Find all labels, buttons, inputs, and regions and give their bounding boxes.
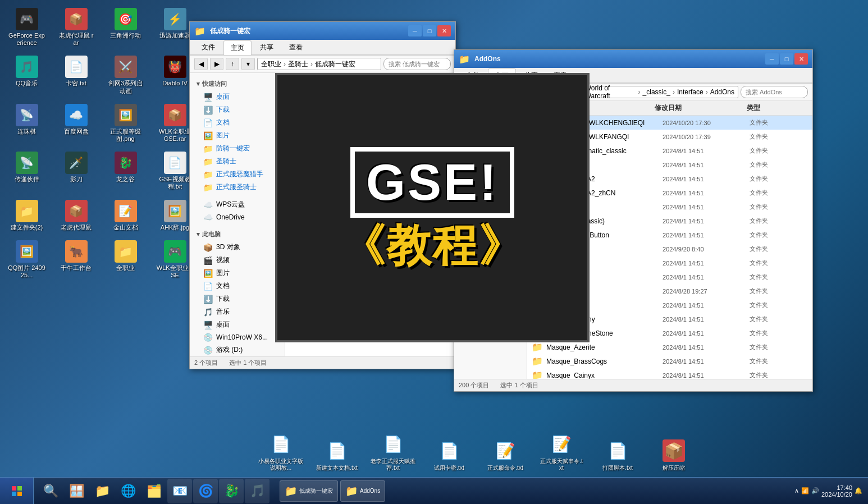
desktop-icon-geforce[interactable]: 🎮 GeForce Experience [6, 6, 48, 49]
window1-sidebar-image[interactable]: 🖼️图片 [190, 267, 285, 280]
window1-sidebar-win10[interactable]: 💿Win10ProW X6... [190, 331, 285, 343]
taskbar-clock[interactable]: 17:40 2024/10/20 [821, 484, 852, 498]
desktop-icon-baidu[interactable]: ☁️ 百度网盘 [55, 102, 97, 145]
window1-search[interactable] [383, 58, 451, 70]
window1-tab-view[interactable]: 查看 [282, 40, 310, 54]
window2-file-gfbaxindada-wlkf[interactable]: 📁 GFbaxindada-WLKFANGQI 2024/10/20 17:39… [527, 130, 812, 144]
window2-titlebar[interactable]: 📁 AddOns ─ □ ✕ [454, 50, 812, 68]
window1-path[interactable]: 全职业 › 圣骑士 › 低成骑一键宏 [257, 58, 381, 70]
window1-tab-home[interactable]: 主页 [223, 40, 252, 55]
window2-back[interactable]: ◀ [459, 86, 472, 98]
window2-sidebar-dl[interactable]: ⬇️下载 [454, 155, 527, 168]
window1-sidebar-gamedisk[interactable]: 💿游戏 (D:) [190, 343, 285, 356]
window1-sidebar-dl2[interactable]: ⬇️下载 [190, 292, 285, 305]
window1-sidebar-pics[interactable]: 🖼️图片 [190, 129, 285, 142]
window1-sidebar-zsfshengqi[interactable]: 📁正式服圣骑士 [190, 181, 285, 194]
window2-path-classic[interactable]: _classic_ [643, 88, 670, 96]
desktop-icon-oldproxy3[interactable]: 📦 老虎代理鼠 [55, 198, 97, 233]
taskbar-music-btn[interactable]: 🎵 [245, 479, 269, 503]
window2-file-masque-arcane[interactable]: 📁 Masque_ArcaneStone 2024/8/1 14:51 文件夹 [527, 326, 812, 340]
window2-tab-share[interactable]: 共享 [517, 68, 545, 83]
window1-file-gfbaxindada[interactable]: 📁 GFbaxindada-WLKC... 2024/10/2... 文件夹 [285, 88, 455, 102]
taskbar-taskview-btn[interactable]: 🪟 [64, 479, 89, 503]
window2-close[interactable]: ✕ [794, 53, 808, 65]
desktop-icon-zhengfu[interactable]: 🖼️ 正式服等级图.png [104, 102, 147, 145]
window1-sidebar-desktop[interactable]: 🖥️桌面 [190, 90, 285, 103]
window1-titlebar[interactable]: 📁 低成骑一键宏 ─ □ ✕ [190, 22, 455, 40]
window2-forward[interactable]: ▶ [474, 86, 488, 98]
window2-minimize[interactable]: ─ [765, 53, 779, 65]
taskbar-app-window2[interactable]: 📁 AddOns [340, 480, 385, 502]
window1-tab-share[interactable]: 共享 [253, 40, 281, 54]
window2-search[interactable] [741, 86, 808, 98]
desktop-icon-xinjian[interactable]: 📁 建文件夹(2) [6, 198, 48, 233]
window2-file-gladdy[interactable]: 📁 Gladdy 2024/8/1 14:51 文件夹 [527, 158, 812, 172]
tray-network-icon[interactable]: 📶 [801, 487, 809, 494]
tray-caret-icon[interactable]: ∧ [794, 487, 799, 494]
desktop-icon-oldproxy[interactable]: 📦 老虎代理鼠 rar [55, 6, 97, 49]
bottom-file-datuan[interactable]: 📄 打团脚本.txt [595, 439, 640, 471]
taskbar-chrome-btn[interactable]: 🌀 [193, 479, 218, 503]
window1-forward[interactable]: ▶ [210, 58, 223, 70]
window2-path-pc[interactable]: 此电脑 [526, 83, 545, 102]
window2-tab-home[interactable]: 主页 [488, 68, 516, 83]
window1-sidebar-doc2[interactable]: 📄文档 [190, 280, 285, 292]
desktop-icon-quanziye[interactable]: 📁 全职业 [104, 238, 147, 281]
window2-col-date[interactable]: 修改日期 [655, 103, 747, 113]
window2-sidebar-video[interactable]: 🎬视频 [454, 116, 527, 129]
desktop-icon-chuandihb[interactable]: 📡 传递伙伴 [6, 149, 48, 193]
window2-recent[interactable]: ▾ [506, 86, 519, 98]
window1-sidebar-video[interactable]: 🎬视频 [190, 254, 285, 267]
desktop-icon-shadao[interactable]: 🗡️ 影刀 [55, 149, 97, 193]
window1-close[interactable]: ✕ [437, 25, 451, 36]
window1-path-jianhong[interactable]: 低成骑一键宏 [315, 59, 355, 69]
window1-sidebar-header-quickaccess[interactable]: ▾ 快速访问 [190, 77, 285, 90]
bottom-file-jieyasuo[interactable]: 📦 解压压缩 [651, 439, 696, 471]
taskbar-start[interactable] [0, 478, 34, 505]
window2-sidebar-desktop[interactable]: 🖥️桌面 [454, 181, 527, 194]
window1-sidebar-3d[interactable]: 📦3D 对象 [190, 241, 285, 254]
desktop-icon-niushang[interactable]: 🐂 千牛工作台 [55, 238, 97, 281]
taskbar-search-btn[interactable]: 🔍 [38, 479, 63, 503]
window2-file-masque[interactable]: 📁 Masque 2024/8/1 14:51 文件夹 [527, 298, 812, 312]
window1-minimize[interactable]: ─ [408, 25, 422, 36]
window1-maximize[interactable]: □ [423, 25, 436, 36]
window2-file-tes[interactable]: 📁 ...tes 2024/8/1 14:51 文件夹 [527, 200, 812, 214]
window1-recent[interactable]: ▾ [241, 58, 255, 70]
window1-sidebar-wpsdisk[interactable]: ☁️WPS云盘 [190, 198, 285, 211]
taskbar-app-window1[interactable]: 📁 低成骑一键宏 [280, 480, 338, 502]
window2-file-worldmap[interactable]: 📁 ...s_WorldMapButton 2024/8/1 14:51 文件夹 [527, 228, 812, 242]
bottom-file-laoli[interactable]: 📄 老李正式服天赋推荐.txt [371, 433, 415, 471]
window2-path-interface[interactable]: Interface [677, 88, 703, 96]
window2-sidebar-network[interactable]: 🌐网络 [454, 219, 527, 232]
bottom-file-xiaoyi[interactable]: 📄 小易各职业文字版说明教... [258, 433, 303, 471]
window2-file-maillogger[interactable]: 📁 MailLogger 2024/8/28 19:27 文件夹 [527, 284, 812, 298]
window1-path-shengqishi[interactable]: 圣骑士 [288, 59, 308, 69]
window1-back[interactable]: ◀ [194, 58, 208, 70]
window1-sidebar-music[interactable]: 🎵音乐 [190, 305, 285, 318]
taskbar-store-btn[interactable]: 🗂️ [141, 479, 166, 503]
window1-col-date[interactable]: 修改日期 [348, 75, 392, 85]
window1-sidebar-pc-header[interactable]: ▾ 此电脑 [190, 228, 285, 241]
window2-sidebar-gamedisk[interactable]: 💿游戏 (D:) [454, 206, 527, 219]
window1-sidebar-desk2[interactable]: 🖥️桌面 [190, 318, 285, 331]
desktop-icon-jinshan[interactable]: 📝 金山文档 [104, 198, 147, 233]
window2-tab-view[interactable]: 查看 [546, 68, 574, 83]
window2-tab-file[interactable]: 文件 [459, 68, 487, 83]
window2-file-gladsa2zh[interactable]: 📁 GladiatorlosSA2_zhCN 2024/8/1 14:51 文件… [527, 186, 812, 200]
bottom-file-shiyongka[interactable]: 📄 试用卡密.txt [427, 439, 472, 471]
window2-file-gebuttons[interactable]: 📁 ...geButtons 2024/8/1 14:51 文件夹 [527, 270, 812, 284]
window1-sidebar-docs[interactable]: 📄文档 [190, 116, 285, 129]
tray-volume-icon[interactable]: 🔊 [811, 487, 819, 494]
tray-notifications-icon[interactable]: 🔔 [855, 487, 862, 494]
window2-path-wow[interactable]: World of Warcraft [585, 84, 636, 100]
window2-file-masque-apathy[interactable]: 📁 Masque_Apathy 2024/8/1 14:51 文件夹 [527, 312, 812, 326]
desktop-icon-longzhi[interactable]: 🐉 龙之谷 [104, 149, 147, 193]
window2-file-gfw[interactable]: 📁 GFW_FeedOmatic_classic 2024/8/1 14:51 … [527, 144, 812, 158]
taskbar-explorer-btn[interactable]: 📁 [90, 479, 115, 503]
window1-sidebar-shengqishi[interactable]: 📁圣骑士 [190, 155, 285, 168]
window2-sidebar-music[interactable]: 🎵音乐 [454, 168, 527, 181]
window1-sidebar-elunmode[interactable]: 📁正式服恶魔猎手 [190, 168, 285, 181]
taskbar-wow-btn[interactable]: 🐉 [219, 479, 244, 503]
window1-sidebar-fangjihong[interactable]: 📁防骑一键宏 [190, 142, 285, 155]
